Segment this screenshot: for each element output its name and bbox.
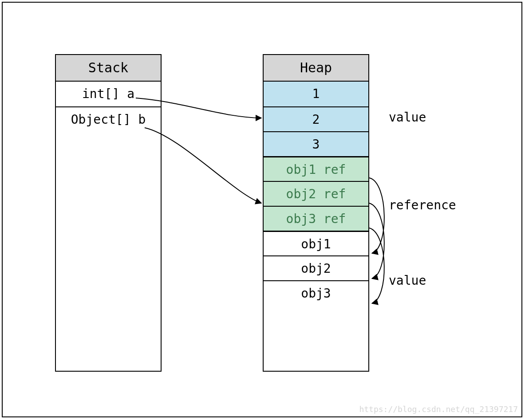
label-value-top: value (389, 110, 426, 125)
heap-header: Heap (264, 55, 368, 82)
heap-obj-cell: obj1 (264, 231, 368, 255)
label-reference: reference (389, 198, 456, 212)
heap-ref-cell: obj1 ref (264, 156, 368, 181)
watermark: https://blog.csdn.net/qq_21397217 (359, 404, 518, 414)
heap-int-cell: 1 (264, 82, 368, 106)
heap-box: Heap 1 2 3 obj1 ref obj2 ref obj3 ref ob… (263, 54, 369, 372)
arrow-ref1-to-obj1 (369, 178, 384, 253)
stack-item: int[] a (56, 82, 161, 106)
heap-ref-cell: obj2 ref (264, 181, 368, 206)
arrow-ref2-to-obj2 (369, 203, 384, 279)
heap-obj-cell: obj3 (264, 280, 368, 305)
stack-header: Stack (56, 55, 161, 82)
diagram-frame: Stack int[] a Object[] b Heap 1 2 3 obj1… (2, 2, 522, 417)
heap-obj-cell: obj2 (264, 255, 368, 280)
heap-ref-cell: obj3 ref (264, 206, 368, 231)
arrow-ref3-to-obj3 (369, 228, 384, 303)
label-value-bottom: value (389, 273, 426, 288)
stack-box: Stack int[] a Object[] b (55, 54, 162, 372)
heap-int-cell: 3 (264, 131, 368, 156)
heap-int-cell: 2 (264, 106, 368, 131)
arrow-b-to-refs (145, 128, 261, 203)
stack-item: Object[] b (56, 106, 161, 131)
